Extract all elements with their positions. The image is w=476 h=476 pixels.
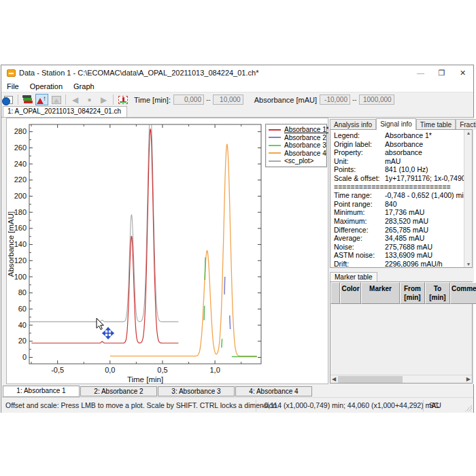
absorbance-range-label: Absorbance [mAU] (254, 96, 317, 104)
tab-time-table[interactable]: Time table (416, 119, 456, 130)
svg-text:280: 280 (14, 127, 27, 135)
legend-item[interactable]: Absorbance 3 (269, 141, 324, 150)
close-button[interactable]: ✕ (452, 65, 473, 80)
minimize-button[interactable]: — (410, 65, 431, 80)
marker-column-header[interactable] (330, 282, 340, 304)
title-bar[interactable]: Data - Station 1 - C:\ECOMAC\data\A_OPAL… (1, 65, 473, 80)
svg-text:260: 260 (14, 143, 27, 152)
time-to-field[interactable]: 10,000 (213, 95, 243, 105)
resize-grip[interactable] (465, 405, 472, 411)
svg-text:20: 20 (18, 337, 27, 345)
signal-tab-2[interactable]: 2: Absorbance 2 (80, 386, 157, 396)
marker-column-header[interactable]: Color (340, 282, 361, 304)
picture-icon[interactable] (50, 94, 63, 105)
fit-graph-icon[interactable] (116, 94, 129, 105)
next-arrow-icon[interactable]: ▶ (97, 94, 110, 105)
legend-item[interactable]: <sc_plot> (269, 157, 324, 165)
signal-info-row: Noise:275,7688 mAU (330, 243, 472, 252)
signal-info-row: ============================ (330, 183, 472, 192)
signal-tab-3[interactable]: 3: Absorbance 3 (158, 386, 235, 396)
tab-signal-info[interactable]: Signal info (376, 118, 416, 130)
chromatogram-panel[interactable]: 020406080100120140160180200220240260280-… (6, 118, 328, 384)
table-info-icon[interactable] (2, 94, 15, 105)
legend-item[interactable]: Absorbance 1* (269, 126, 324, 134)
prev-arrow-icon[interactable]: ◀ (69, 94, 82, 105)
range-separator: -- (206, 96, 211, 103)
maximize-button[interactable]: ❐ (431, 65, 452, 80)
legend-line-sample (269, 152, 281, 154)
absorbance-to-field[interactable]: 1000,000 (359, 95, 394, 105)
screen: Data - Station 1 - C:\ECOMAC\data\A_OPAL… (0, 0, 476, 476)
svg-text:200: 200 (14, 192, 27, 200)
time-range-label: Time [min]: (134, 96, 171, 104)
info-label: Maximum: (334, 217, 385, 226)
status-bar: Offset and scale: Press LMB to move a pl… (1, 397, 473, 413)
signal-tab-4[interactable]: 4: Absorbance 4 (235, 386, 312, 396)
legend-item[interactable]: Absorbance 4 (269, 150, 324, 158)
signal-info-row: Unit:mAU (330, 157, 472, 166)
marker-table: ColorMarkerFrom [min]To [min]Comment ◀ ▶ (330, 282, 473, 384)
signal-info-box: Legend:Absorbance 1*Origin label:Absorba… (330, 129, 473, 268)
signal-info-row: Point range:840 (330, 200, 472, 209)
signal-info-row: Origin label:Absorbance (330, 140, 472, 149)
signal-tab-bar: 1: Absorbance 12: Absorbance 23: Absorba… (1, 385, 473, 397)
legend-label: <sc_plot> (284, 157, 313, 165)
signal-info-row: Maximum:283,520 mAU (330, 217, 472, 226)
marker-column-header[interactable]: Marker (361, 282, 400, 304)
legend-line-sample (269, 137, 281, 138)
window-title: Data - Station 1 - C:\ECOMAC\data\A_OPAL… (19, 69, 258, 77)
cursor-coordinates: -0,114 (x1,000-0,749) min; 44,060 (x1,00… (262, 401, 441, 409)
info-label: Points: (334, 165, 385, 174)
series-fragment-Absorbance 2 (230, 316, 231, 329)
info-value: -0,748 - 0,652 (1,400) min (385, 191, 472, 200)
info-panel-tabs: Analysis infoSignal infoTime tableFracti… (330, 118, 476, 130)
info-value: 133,6909 mAU (385, 251, 472, 260)
menu-file[interactable]: File (1, 81, 24, 92)
scroll-up-icon[interactable]: ▲ (464, 131, 473, 135)
svg-text:0,5: 0,5 (157, 366, 167, 374)
absorbance-from-field[interactable]: -10,000 (320, 95, 350, 105)
marker-column-header[interactable]: To [min] (425, 282, 450, 304)
document-tab-bar: 1: A_OPAL_20211013_084224_01.ch (1, 107, 473, 118)
app-window: Data - Station 1 - C:\ECOMAC\data\A_OPAL… (1, 65, 474, 413)
tab-fraction-table[interactable]: Fraction table (456, 119, 476, 130)
marker-column-header[interactable]: Comment (450, 282, 476, 304)
scroll-down-icon[interactable]: ▼ (464, 262, 473, 267)
scroll-right-icon[interactable]: ▶ (466, 376, 471, 383)
signal-info-scrollbar[interactable]: ▲ ▼ (464, 130, 472, 267)
svg-text:0,0: 0,0 (105, 366, 115, 374)
status-separator (256, 400, 256, 411)
overlay-layers-icon[interactable] (21, 94, 34, 105)
scroll-left-icon[interactable]: ◀ (332, 376, 336, 383)
menu-operation[interactable]: Operation (24, 81, 68, 92)
info-label: Average: (334, 234, 385, 243)
svg-text:120: 120 (14, 256, 27, 265)
svg-text:1,0: 1,0 (209, 366, 220, 374)
series-Absorbance 1* (31, 129, 178, 343)
legend-label: Absorbance 2 (284, 134, 326, 141)
record-dot-icon[interactable]: ● (83, 94, 96, 105)
time-from-field[interactable]: 0,000 (173, 95, 204, 105)
document-tab[interactable]: 1: A_OPAL_20211013_084224_01.ch (3, 106, 127, 117)
offset-scale-tool-icon[interactable]: ↑ (35, 94, 48, 105)
svg-text:0: 0 (22, 353, 27, 361)
marker-column-header[interactable]: From [min] (400, 282, 425, 304)
menu-graph[interactable]: Graph (68, 81, 100, 92)
signal-tab-1[interactable]: 1: Absorbance 1 (3, 386, 80, 397)
info-panel: Analysis infoSignal infoTime tableFracti… (328, 118, 474, 384)
tab-analysis-info[interactable]: Analysis info (330, 119, 376, 130)
info-label: Noise: (334, 243, 385, 252)
menu-bar: FileOperationGraph (1, 80, 473, 92)
marker-table-tab[interactable]: Marker table (330, 272, 377, 282)
signal-info-row: Property:absorbance (330, 148, 472, 157)
series-fragment-Absorbance 3 (204, 306, 205, 320)
info-label: Legend: (334, 131, 385, 140)
plot-legend[interactable]: Absorbance 1*Absorbance 2Absorbance 3Abs… (265, 124, 327, 167)
info-value: 283,520 mAU (385, 217, 472, 226)
marker-table-scrollbar[interactable]: ◀ ▶ (330, 375, 472, 383)
info-value: Absorbance (385, 140, 472, 149)
info-value: 840 (385, 200, 472, 209)
legend-item[interactable]: Absorbance 2 (269, 134, 324, 142)
scrollbar-thumb[interactable] (338, 376, 403, 383)
series-fragment-Absorbance 2 (224, 277, 225, 294)
